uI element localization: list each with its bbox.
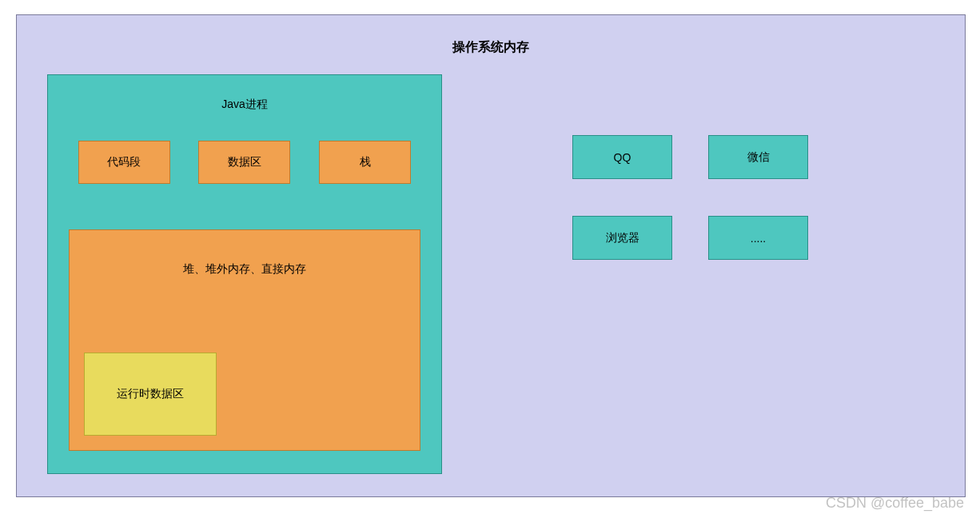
os-memory-title: 操作系统内存 [17,39,965,56]
app-qq-box: QQ [572,135,672,179]
app-etc-box: ..... [708,216,808,260]
runtime-data-box: 运行时数据区 [84,353,217,436]
data-segment-box: 数据区 [198,141,290,184]
code-segment-box: 代码段 [78,141,170,184]
watermark-text: CSDN @coffee_babe [826,495,964,512]
other-apps-grid: QQ 微信 浏览器 ..... [572,135,808,260]
heap-area-title: 堆、堆外内存、直接内存 [70,262,420,277]
app-wechat-box: 微信 [708,135,808,179]
java-process-title: Java进程 [48,98,441,112]
os-memory-container: 操作系统内存 Java进程 代码段 数据区 栈 堆、堆外内存、直接内存 运行时数… [16,14,966,497]
heap-area-container: 堆、堆外内存、直接内存 运行时数据区 [69,229,420,451]
app-browser-box: 浏览器 [572,216,672,260]
segment-row: 代码段 数据区 栈 [48,141,441,184]
java-process-container: Java进程 代码段 数据区 栈 堆、堆外内存、直接内存 运行时数据区 [47,74,442,474]
stack-segment-box: 栈 [319,141,411,184]
